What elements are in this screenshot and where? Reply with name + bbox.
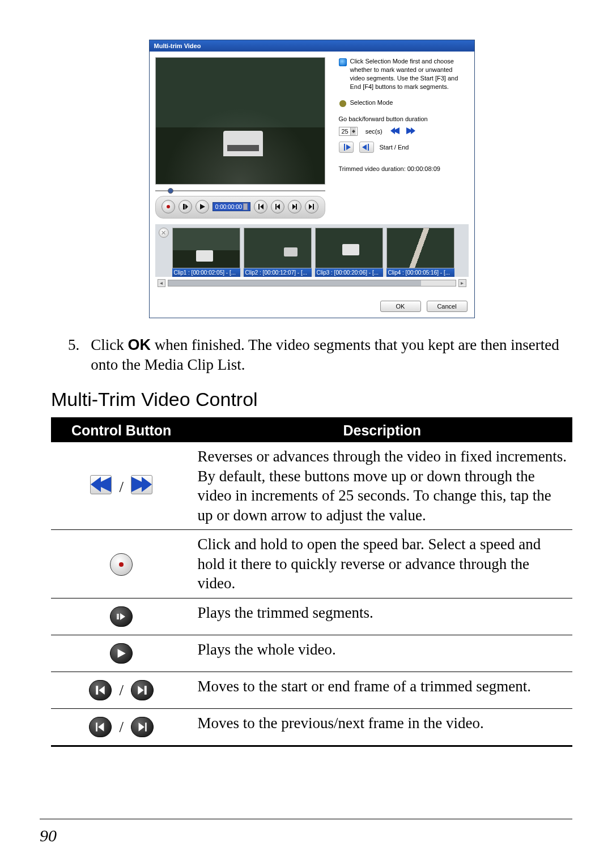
svg-rect-3 xyxy=(96,686,98,694)
mark-start-button[interactable] xyxy=(339,142,354,153)
clips-scrollbar[interactable] xyxy=(168,280,456,287)
trimmed-duration-label: Trimmed video duration: 00:00:08:09 xyxy=(339,165,469,172)
next-frame-button[interactable] xyxy=(288,200,301,213)
multi-trim-dialog: Multi-trim Video 0:00:00:00 xyxy=(149,40,475,318)
controls-table: Control Button Description / Reverses or… xyxy=(51,417,572,747)
segment-start-button[interactable] xyxy=(254,200,267,213)
timecode-field[interactable]: 0:00:00:00 xyxy=(212,202,250,211)
page-number: 90 xyxy=(40,826,57,845)
table-row: Plays the whole video. xyxy=(51,635,572,672)
goto-segment-end-icon xyxy=(131,680,154,700)
ok-button[interactable]: OK xyxy=(380,301,421,312)
preview-scrubber[interactable] xyxy=(155,188,325,194)
go-forward-button[interactable] xyxy=(406,127,415,135)
svg-rect-6 xyxy=(146,722,147,731)
startend-label: Start / End xyxy=(380,144,409,151)
prev-frame-button[interactable] xyxy=(271,200,284,213)
cancel-button[interactable]: Cancel xyxy=(427,301,468,312)
goto-segment-start-icon xyxy=(89,680,112,700)
table-row: Plays the trimmed segments. xyxy=(51,598,572,635)
play-all-icon xyxy=(110,643,133,664)
info-icon xyxy=(339,58,347,66)
table-row: / Moves to the previous/next frame in th… xyxy=(51,709,572,746)
video-preview xyxy=(155,57,325,185)
playback-navbar: 0:00:00:00 xyxy=(155,196,325,219)
table-header-button: Control Button xyxy=(51,418,192,443)
table-row: / Reverses or advances through the video… xyxy=(51,442,572,530)
clip-2[interactable]: Clip2 : [00:00:12:07] - [... xyxy=(244,228,312,277)
play-trimmed-icon xyxy=(110,606,133,627)
svg-point-1 xyxy=(339,100,346,107)
step-5: 5. Click OK when finished. The video seg… xyxy=(68,335,572,375)
section-title: Multi-Trim Video Control xyxy=(51,388,572,411)
rewind-fixed-icon xyxy=(90,475,112,494)
segment-end-button[interactable] xyxy=(305,200,318,213)
clip-4[interactable]: Clip4 : [00:00:05:16] - [... xyxy=(386,228,454,277)
selection-mode-icon xyxy=(339,100,347,108)
svg-rect-5 xyxy=(96,722,97,731)
clips-scroll-right[interactable]: ▸ xyxy=(458,279,466,287)
delete-clip-button[interactable]: ✕ xyxy=(159,228,169,238)
prev-frame-icon xyxy=(89,717,112,737)
play-button[interactable] xyxy=(196,200,209,213)
next-frame-icon xyxy=(131,717,154,737)
play-trimmed-button[interactable] xyxy=(178,200,192,213)
clips-scroll-left[interactable]: ◂ xyxy=(158,279,165,287)
table-row: / Moves to the start or end frame of a t… xyxy=(51,672,572,709)
table-header-desc: Description xyxy=(192,418,572,443)
selection-mode-button[interactable]: Selection Mode xyxy=(339,99,469,108)
duration-label: Go back/forward button duration xyxy=(339,116,469,122)
secs-label: sec(s) xyxy=(366,128,382,135)
duration-spinbox[interactable]: 25 xyxy=(339,127,358,136)
go-back-button[interactable] xyxy=(390,127,400,135)
svg-rect-2 xyxy=(117,614,119,619)
jog-dial-icon xyxy=(110,553,133,576)
callout-text: Click Selection Mode first and choose wh… xyxy=(350,57,469,91)
forward-fixed-icon xyxy=(131,475,152,494)
clip-1[interactable]: Clip1 : [00:00:02:05] - [... xyxy=(172,228,240,277)
table-row: Click and hold to open the speed bar. Se… xyxy=(51,530,572,598)
footer-rule xyxy=(40,819,572,819)
clip-3[interactable]: Clip3 : [00:00:20:06] - [... xyxy=(315,228,383,277)
jog-dial-button[interactable] xyxy=(162,200,175,213)
svg-rect-4 xyxy=(144,686,147,694)
mark-end-button[interactable] xyxy=(359,142,374,153)
dialog-titlebar: Multi-trim Video xyxy=(150,40,474,52)
